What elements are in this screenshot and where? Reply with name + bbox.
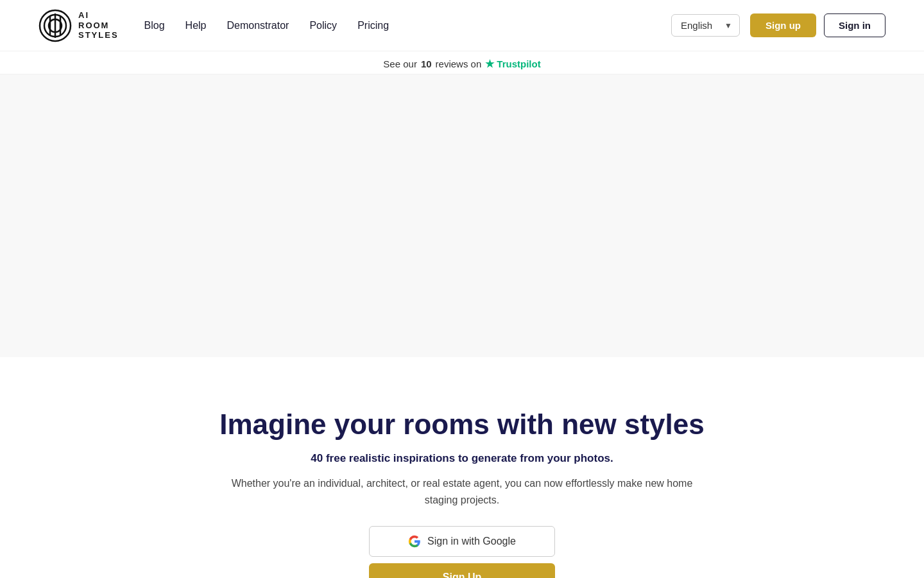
logo-link[interactable]: AI ROOM STYLES — [38, 7, 119, 44]
main-signup-button[interactable]: Sign Up — [369, 563, 555, 578]
language-selector[interactable]: English French Spanish German ▼ — [671, 14, 740, 37]
language-dropdown[interactable]: English French Spanish German — [671, 14, 740, 37]
nav-demonstrator[interactable]: Demonstrator — [227, 20, 289, 31]
trustpilot-bar: See our 10 reviews on ★ Trustpilot — [0, 51, 924, 74]
hero-subtext: 40 free realistic inspirations to genera… — [311, 452, 613, 465]
navbar: AI ROOM STYLES Blog Help Demonstrator Po… — [0, 0, 924, 51]
signin-button[interactable]: Sign in — [824, 13, 886, 37]
nav-pricing[interactable]: Pricing — [357, 20, 389, 31]
trustpilot-count: 10 — [421, 58, 432, 69]
nav-links: Blog Help Demonstrator Policy Pricing — [144, 20, 671, 31]
google-signin-button[interactable]: Sign in with Google — [369, 526, 555, 557]
hero-description: Whether you're an individual, architect,… — [231, 475, 693, 508]
nav-help[interactable]: Help — [185, 20, 207, 31]
nav-right: Sign up Sign in — [750, 13, 886, 37]
logo-icon — [38, 7, 72, 44]
nav-policy[interactable]: Policy — [309, 20, 337, 31]
trustpilot-prefix: See our — [383, 58, 417, 69]
google-signin-label: Sign in with Google — [427, 536, 516, 547]
signup-button[interactable]: Sign up — [750, 13, 816, 37]
nav-blog[interactable]: Blog — [144, 20, 165, 31]
trustpilot-star-icon: ★ — [485, 58, 494, 70]
main-content: Imagine your rooms with new styles 40 fr… — [0, 357, 924, 578]
logo-text: AI ROOM STYLES — [78, 10, 119, 40]
trustpilot-suffix: reviews on — [436, 58, 482, 69]
trustpilot-logo: ★ Trustpilot — [485, 58, 540, 70]
hero-image-area — [0, 74, 924, 357]
google-icon — [408, 535, 421, 548]
hero-headline: Imagine your rooms with new styles — [219, 408, 705, 441]
